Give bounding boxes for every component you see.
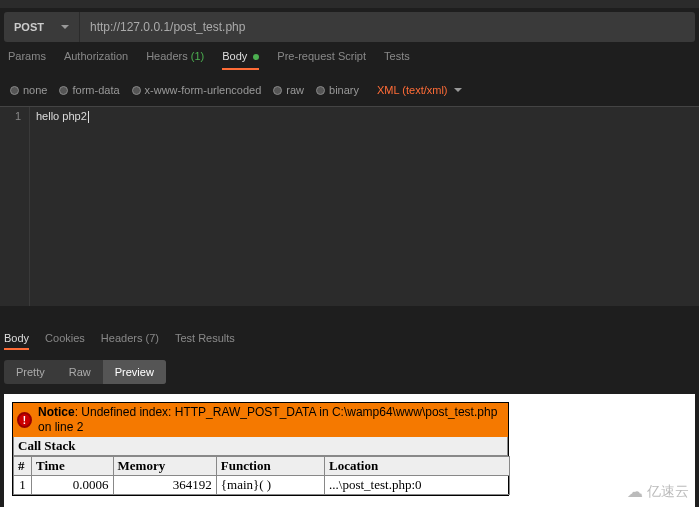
resp-tab-body[interactable]: Body	[4, 332, 29, 350]
col-memory: Memory	[113, 457, 216, 476]
cell-num: 1	[14, 476, 32, 495]
dot-indicator-icon	[253, 54, 259, 60]
radio-label: raw	[286, 84, 304, 96]
editor-text: hello php2	[36, 110, 87, 122]
body-editor[interactable]: 1 hello php2	[0, 106, 699, 306]
chevron-down-icon	[454, 88, 462, 92]
cell-time: 0.0006	[32, 476, 114, 495]
error-box: ! Notice: Undefined index: HTTP_RAW_POST…	[12, 402, 509, 496]
cell-memory: 364192	[113, 476, 216, 495]
radio-raw[interactable]: raw	[273, 84, 304, 96]
resp-tab-headers[interactable]: Headers (7)	[101, 332, 159, 350]
content-type-label: XML (text/xml)	[377, 84, 448, 96]
col-location: Location	[325, 457, 510, 476]
error-message: Notice: Undefined index: HTTP_RAW_POST_D…	[38, 405, 504, 435]
notice-text: : Undefined index: HTTP_RAW_POST_DATA in…	[38, 405, 497, 434]
chevron-down-icon	[61, 25, 69, 29]
cloud-icon: ☁	[627, 482, 643, 501]
tab-tests[interactable]: Tests	[384, 50, 410, 70]
tab-body-label: Body	[222, 50, 247, 62]
radio-icon	[10, 86, 19, 95]
radio-icon	[273, 86, 282, 95]
watermark-text: 亿速云	[647, 483, 689, 501]
radio-icon	[316, 86, 325, 95]
col-function: Function	[216, 457, 324, 476]
preview-panel: ! Notice: Undefined index: HTTP_RAW_POST…	[4, 394, 695, 507]
cell-function: {main}( )	[216, 476, 324, 495]
error-icon: !	[17, 412, 32, 428]
tab-prerequest[interactable]: Pre-request Script	[277, 50, 366, 70]
content-type-select[interactable]: XML (text/xml)	[377, 84, 462, 96]
radio-none[interactable]: none	[10, 84, 47, 96]
editor-content[interactable]: hello php2	[30, 107, 699, 306]
radio-label: form-data	[72, 84, 119, 96]
radio-formdata[interactable]: form-data	[59, 84, 119, 96]
view-preview[interactable]: Preview	[103, 360, 166, 384]
resp-headers-label: Headers	[101, 332, 143, 344]
radio-binary[interactable]: binary	[316, 84, 359, 96]
url-bar: POST	[4, 12, 695, 42]
body-type-selector: none form-data x-www-form-urlencoded raw…	[0, 80, 699, 106]
table-row: 1 0.0006 364192 {main}( ) ...\post_test.…	[14, 476, 510, 495]
radio-icon	[132, 86, 141, 95]
method-select[interactable]: POST	[4, 12, 80, 42]
col-num: #	[14, 457, 32, 476]
tab-body[interactable]: Body	[222, 50, 259, 70]
resp-headers-count: (7)	[145, 332, 158, 344]
tab-headers-count: (1)	[191, 50, 204, 62]
view-raw[interactable]: Raw	[57, 360, 103, 384]
radio-icon	[59, 86, 68, 95]
tab-authorization[interactable]: Authorization	[64, 50, 128, 70]
method-label: POST	[14, 21, 44, 33]
request-tabs: Params Authorization Headers (1) Body Pr…	[0, 50, 699, 80]
resp-tab-testresults[interactable]: Test Results	[175, 332, 235, 350]
radio-urlencoded[interactable]: x-www-form-urlencoded	[132, 84, 262, 96]
radio-label: x-www-form-urlencoded	[145, 84, 262, 96]
tab-headers-label: Headers	[146, 50, 188, 62]
resp-tab-cookies[interactable]: Cookies	[45, 332, 85, 350]
tab-headers[interactable]: Headers (1)	[146, 50, 204, 70]
radio-label: binary	[329, 84, 359, 96]
response-tabs: Body Cookies Headers (7) Test Results	[0, 324, 699, 360]
view-pretty[interactable]: Pretty	[4, 360, 57, 384]
notice-bold: Notice	[38, 405, 75, 419]
view-mode-tabs: Pretty Raw Preview	[4, 360, 166, 384]
callstack-table: # Time Memory Function Location 1 0.0006…	[13, 456, 510, 495]
watermark: ☁ 亿速云	[627, 482, 689, 501]
cursor-icon	[88, 111, 89, 123]
cell-location: ...\post_test.php:0	[325, 476, 510, 495]
callstack-header: Call Stack	[13, 437, 508, 456]
url-input[interactable]	[80, 12, 695, 42]
tab-params[interactable]: Params	[8, 50, 46, 70]
editor-gutter: 1	[0, 107, 30, 306]
line-number: 1	[15, 110, 21, 122]
radio-label: none	[23, 84, 47, 96]
error-header: ! Notice: Undefined index: HTTP_RAW_POST…	[13, 403, 508, 437]
col-time: Time	[32, 457, 114, 476]
table-header-row: # Time Memory Function Location	[14, 457, 510, 476]
